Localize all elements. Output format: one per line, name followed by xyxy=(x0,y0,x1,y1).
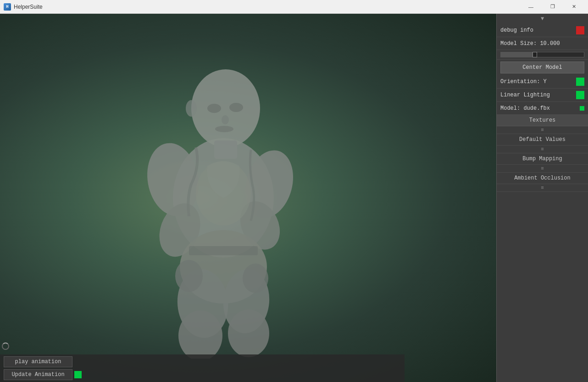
svg-point-15 xyxy=(222,115,229,124)
model-size-label: Model Size: 10.000 xyxy=(500,40,584,47)
default-values-row: Default Values xyxy=(497,134,588,146)
titlebar-controls: — ❐ ✕ xyxy=(521,1,584,13)
svg-point-1 xyxy=(191,69,260,147)
ambient-occlusion-divider: ≡ xyxy=(497,184,588,192)
titlebar: H HelperSuite — ❐ ✕ xyxy=(0,0,588,14)
textures-header[interactable]: Textures xyxy=(497,115,588,126)
svg-point-16 xyxy=(215,126,233,132)
play-animation-button[interactable]: play animation xyxy=(4,356,72,367)
center-model-button[interactable]: Center Model xyxy=(500,62,584,73)
debug-info-label: debug info xyxy=(500,27,576,34)
model-indicator xyxy=(580,106,584,111)
svg-point-11 xyxy=(228,309,269,357)
character-container xyxy=(109,37,338,359)
bump-mapping-row: Bump Mapping xyxy=(497,153,588,165)
bump-mapping-label[interactable]: Bump Mapping xyxy=(522,156,562,162)
ambient-occlusion-row: Ambient Occlusion xyxy=(497,173,588,184)
update-animation-row: Update Animation xyxy=(4,369,401,380)
svg-point-17 xyxy=(186,100,197,117)
svg-point-14 xyxy=(229,103,243,112)
svg-rect-2 xyxy=(214,140,237,159)
model-size-slider-row xyxy=(497,50,588,60)
close-button[interactable]: ✕ xyxy=(564,1,584,13)
update-animation-button[interactable]: Update Animation xyxy=(4,369,72,380)
orientation-label: Orientation: Y xyxy=(500,79,576,85)
animation-spinner xyxy=(2,343,9,350)
update-animation-indicator xyxy=(74,371,82,378)
viewport[interactable]: play animation Update Animation xyxy=(0,14,496,382)
right-panel: ▼ debug info Model Size: 10.000 Center M… xyxy=(496,14,588,382)
bottom-bar: play animation Update Animation xyxy=(0,354,405,382)
character-svg xyxy=(109,37,338,359)
textures-divider: ≡ xyxy=(497,126,588,134)
linear-lighting-row: Linear Lighting xyxy=(497,89,588,102)
ambient-occlusion-label[interactable]: Ambient Occlusion xyxy=(514,175,570,181)
linear-lighting-toggle[interactable] xyxy=(576,91,584,99)
play-animation-row: play animation xyxy=(4,356,401,367)
svg-point-10 xyxy=(178,310,222,359)
svg-point-19 xyxy=(175,260,203,292)
maximize-button[interactable]: ❐ xyxy=(542,1,563,13)
model-size-slider[interactable] xyxy=(500,52,584,57)
titlebar-title: HelperSuite xyxy=(14,4,43,10)
svg-point-20 xyxy=(243,264,268,293)
main-area: play animation Update Animation ▼ debug … xyxy=(0,14,588,382)
bump-mapping-divider: ≡ xyxy=(497,165,588,173)
svg-point-13 xyxy=(207,104,221,113)
linear-lighting-label: Linear Lighting xyxy=(500,92,576,98)
default-values-label[interactable]: Default Values xyxy=(519,136,566,143)
orientation-row: Orientation: Y xyxy=(497,75,588,89)
minimize-button[interactable]: — xyxy=(521,1,541,13)
default-values-divider: ≡ xyxy=(497,146,588,153)
debug-info-toggle[interactable] xyxy=(576,26,584,34)
model-label: Model: dude.fbx xyxy=(500,105,580,112)
debug-info-row: debug info xyxy=(497,24,588,37)
model-size-row: Model Size: 10.000 xyxy=(497,37,588,50)
orientation-toggle[interactable] xyxy=(576,78,584,86)
model-row: Model: dude.fbx xyxy=(497,102,588,115)
svg-rect-18 xyxy=(189,246,258,255)
titlebar-left: H HelperSuite xyxy=(4,3,43,11)
app-icon: H xyxy=(4,3,11,11)
panel-top-arrow[interactable]: ▼ xyxy=(497,14,588,24)
